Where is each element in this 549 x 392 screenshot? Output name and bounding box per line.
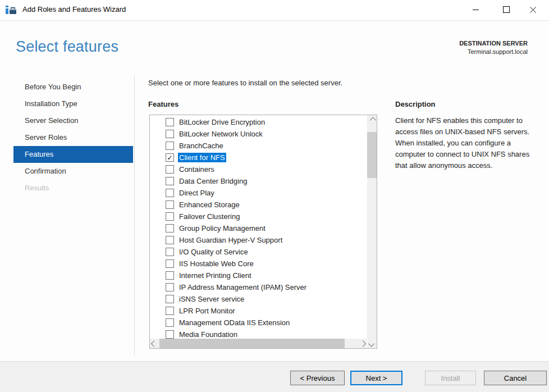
previous-button[interactable]: < Previous <box>290 371 345 385</box>
sidebar-item-confirmation[interactable]: Confirmation <box>13 163 133 180</box>
chevron-left-icon <box>150 340 157 347</box>
destination-server-value: Terminal.support.local <box>459 48 528 56</box>
feature-row-bitlocker-network-unlock[interactable]: BitLocker Network Unlock <box>150 128 367 140</box>
feature-label[interactable]: Enhanced Storage <box>178 200 241 209</box>
feature-checkbox[interactable] <box>166 283 174 291</box>
features-list-rows: BitLocker Drive EncryptionBitLocker Netw… <box>150 115 367 339</box>
feature-label[interactable]: BitLocker Network Unlock <box>178 129 264 139</box>
sidebar-item-installation-type[interactable]: Installation Type <box>13 95 133 112</box>
feature-checkbox[interactable] <box>166 212 174 221</box>
vertical-scrollbar-thumb[interactable] <box>367 132 377 178</box>
feature-checkbox[interactable] <box>166 318 174 327</box>
sidebar-item-before-you-begin[interactable]: Before You Begin <box>13 79 133 95</box>
feature-checkbox[interactable] <box>166 307 174 315</box>
sidebar-nav: Before You BeginInstallation TypeServer … <box>13 79 133 197</box>
titlebar: Add Roles and Features Wizard <box>0 0 549 21</box>
feature-checkbox[interactable] <box>166 248 174 256</box>
horizontal-scrollbar-thumb[interactable] <box>159 339 345 348</box>
feature-checkbox[interactable] <box>166 295 174 303</box>
feature-row-containers[interactable]: Containers <box>150 163 367 175</box>
feature-row-group-policy-management[interactable]: Group Policy Management <box>150 222 367 234</box>
feature-checkbox[interactable] <box>166 165 174 174</box>
page-title: Select features <box>16 38 118 56</box>
feature-row-failover-clustering[interactable]: Failover Clustering <box>150 211 367 222</box>
feature-label[interactable]: Group Policy Management <box>178 224 267 233</box>
scroll-up-button[interactable] <box>367 115 377 125</box>
minimize-button[interactable] <box>464 0 487 19</box>
window-title: Add Roles and Features Wizard <box>22 5 126 13</box>
sidebar-divider <box>134 76 135 355</box>
install-button[interactable]: Install <box>425 371 476 385</box>
feature-label[interactable]: BranchCache <box>178 141 225 151</box>
scroll-down-button[interactable] <box>367 339 377 348</box>
feature-row-direct-play[interactable]: Direct Play <box>150 187 367 199</box>
feature-row-internet-printing-client[interactable]: Internet Printing Client <box>150 270 367 281</box>
feature-row-branchcache[interactable]: BranchCache <box>150 140 367 152</box>
next-button[interactable]: Next > <box>350 371 402 385</box>
server-manager-icon <box>5 5 17 15</box>
feature-label[interactable]: Media Foundation <box>178 330 239 339</box>
feature-row-host-guardian-hyper-v-support[interactable]: Host Guardian Hyper-V Support <box>150 234 367 246</box>
feature-checkbox[interactable] <box>166 224 174 233</box>
feature-label[interactable]: Direct Play <box>178 188 216 198</box>
feature-checkbox[interactable] <box>166 142 174 150</box>
feature-checkbox[interactable] <box>166 259 174 268</box>
maximize-icon <box>503 6 510 13</box>
feature-row-isns-server-service[interactable]: iSNS Server service <box>150 293 367 305</box>
destination-server-block: DESTINATION SERVER Terminal.support.loca… <box>459 39 528 56</box>
feature-row-management-odata-iis-extension[interactable]: Management OData IIS Extension <box>150 317 367 329</box>
sidebar-item-features[interactable]: Features <box>13 146 133 163</box>
add-roles-features-wizard-window: Add Roles and Features Wizard Select fea… <box>0 0 549 392</box>
feature-label[interactable]: Management OData IIS Extension <box>178 318 291 327</box>
feature-row-lpr-port-monitor[interactable]: LPR Port Monitor <box>150 305 367 317</box>
feature-row-bitlocker-drive-encryption[interactable]: BitLocker Drive Encryption <box>150 116 367 128</box>
feature-checkbox[interactable]: ✓ <box>166 153 174 162</box>
feature-label[interactable]: LPR Port Monitor <box>178 306 236 316</box>
sidebar-item-server-roles[interactable]: Server Roles <box>13 129 133 146</box>
feature-row-i-o-quality-of-service[interactable]: I/O Quality of Service <box>150 246 367 258</box>
feature-checkbox[interactable] <box>166 189 174 197</box>
sidebar-item-results: Results <box>13 180 133 197</box>
feature-row-client-for-nfs[interactable]: ✓Client for NFS <box>150 152 367 163</box>
horizontal-scrollbar[interactable] <box>150 339 367 348</box>
feature-label[interactable]: Containers <box>178 165 216 174</box>
cancel-button[interactable]: Cancel <box>484 371 547 385</box>
feature-label[interactable]: iSNS Server service <box>178 294 245 304</box>
feature-label[interactable]: Data Center Bridging <box>178 176 248 186</box>
chevron-up-icon <box>369 117 376 123</box>
scroll-left-button[interactable] <box>150 339 159 348</box>
feature-row-media-foundation[interactable]: Media Foundation <box>150 329 367 339</box>
feature-checkbox[interactable] <box>166 118 174 126</box>
feature-checkbox[interactable] <box>166 130 174 138</box>
feature-label[interactable]: IIS Hostable Web Core <box>178 259 255 268</box>
feature-row-iis-hostable-web-core[interactable]: IIS Hostable Web Core <box>150 258 367 270</box>
footer-bar: < Previous Next > Install Cancel <box>0 361 549 392</box>
feature-checkbox[interactable] <box>166 200 174 209</box>
feature-row-data-center-bridging[interactable]: Data Center Bridging <box>150 175 367 187</box>
feature-row-enhanced-storage[interactable]: Enhanced Storage <box>150 199 367 211</box>
instruction-text: Select one or more features to install o… <box>148 79 342 87</box>
chevron-right-icon <box>359 340 365 347</box>
description-title: Description <box>395 100 436 108</box>
feature-label[interactable]: Client for NFS <box>178 153 226 162</box>
feature-label[interactable]: Failover Clustering <box>178 212 241 221</box>
feature-checkbox[interactable] <box>166 330 174 339</box>
vertical-scrollbar[interactable] <box>367 115 377 348</box>
close-button[interactable] <box>521 0 545 19</box>
close-icon <box>530 7 536 13</box>
feature-checkbox[interactable] <box>166 236 174 244</box>
feature-row-ip-address-management-ipam-server[interactable]: IP Address Management (IPAM) Server <box>150 281 367 293</box>
feature-checkbox[interactable] <box>166 177 174 185</box>
destination-server-label: DESTINATION SERVER <box>459 39 528 48</box>
maximize-button[interactable] <box>495 0 518 19</box>
feature-label[interactable]: Host Guardian Hyper-V Support <box>178 235 283 245</box>
feature-label[interactable]: Internet Printing Client <box>178 271 253 280</box>
feature-checkbox[interactable] <box>166 271 174 280</box>
feature-label[interactable]: BitLocker Drive Encryption <box>178 117 266 127</box>
features-list-label: Features <box>148 100 179 108</box>
sidebar-item-server-selection[interactable]: Server Selection <box>13 112 133 129</box>
scroll-right-button[interactable] <box>357 339 367 348</box>
chevron-down-icon <box>368 340 374 347</box>
feature-label[interactable]: I/O Quality of Service <box>178 247 249 257</box>
feature-label[interactable]: IP Address Management (IPAM) Server <box>178 282 308 292</box>
